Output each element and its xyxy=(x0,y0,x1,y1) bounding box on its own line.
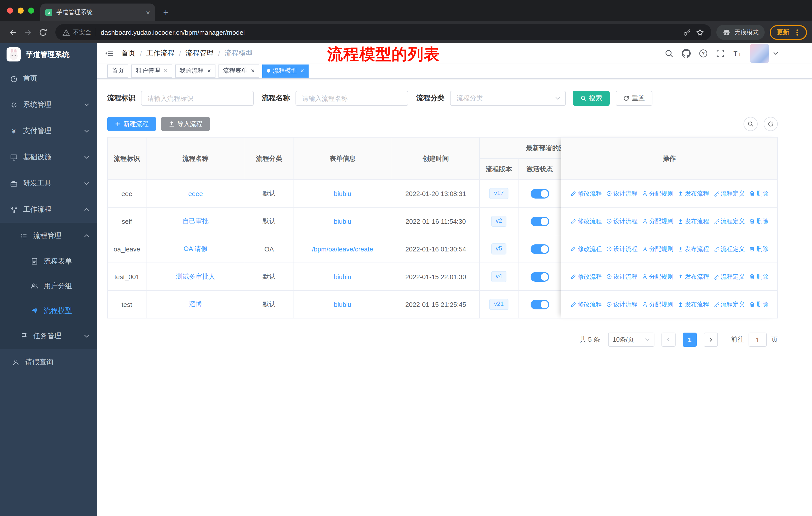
tag-close-icon[interactable]: × xyxy=(207,67,211,74)
edit-process-link[interactable]: 修改流程 xyxy=(570,272,602,281)
github-icon[interactable] xyxy=(682,49,691,58)
assign-rule-link[interactable]: 分配规则 xyxy=(642,245,673,253)
column-header-created-time[interactable]: 创建时间 xyxy=(392,138,480,180)
publish-process-link[interactable]: 发布流程 xyxy=(677,217,709,225)
column-header-category[interactable]: 流程分类 xyxy=(245,138,293,180)
edit-process-link[interactable]: 修改流程 xyxy=(570,300,602,309)
assign-rule-link[interactable]: 分配规则 xyxy=(642,272,673,281)
design-process-link[interactable]: 设计流程 xyxy=(606,300,638,309)
cell-form-link[interactable]: biubiu xyxy=(334,273,351,280)
column-header-operations[interactable]: 操作 xyxy=(561,138,777,180)
browser-update-button[interactable]: 更新 xyxy=(770,25,807,39)
tab-close-icon[interactable]: × xyxy=(146,9,150,16)
back-button[interactable] xyxy=(5,25,20,40)
delete-process-link[interactable]: 删除 xyxy=(749,272,768,281)
cell-process-name-link[interactable]: 滔博 xyxy=(189,300,202,309)
create-process-button[interactable]: 新建流程 xyxy=(107,117,156,131)
tag-close-icon[interactable]: × xyxy=(164,67,167,74)
maximize-window-button[interactable] xyxy=(28,7,34,13)
assign-rule-link[interactable]: 分配规则 xyxy=(642,189,673,198)
page-size-select[interactable]: 10条/页 xyxy=(608,332,655,347)
sidebar-item-infrastructure[interactable]: 基础设施 xyxy=(0,144,97,170)
sidebar-collapse-button[interactable] xyxy=(105,49,114,58)
design-process-link[interactable]: 设计流程 xyxy=(606,272,638,281)
design-process-link[interactable]: 设计流程 xyxy=(606,189,638,198)
column-header-active-status[interactable]: 激活状态 xyxy=(519,159,561,180)
process-definition-link[interactable]: 流程定义 xyxy=(713,245,745,253)
active-toggle[interactable] xyxy=(530,216,549,226)
forward-button[interactable] xyxy=(20,25,35,40)
cell-form-link[interactable]: biubiu xyxy=(334,301,351,308)
close-window-button[interactable] xyxy=(7,7,13,13)
column-header-form-info[interactable]: 表单信息 xyxy=(293,138,392,180)
publish-process-link[interactable]: 发布流程 xyxy=(677,189,709,198)
browser-tab[interactable]: 芋道管理系统 × xyxy=(40,3,155,21)
cell-form-link[interactable]: /bpm/oa/leave/create xyxy=(312,245,373,253)
cell-process-name-link[interactable]: eeee xyxy=(188,190,203,197)
password-key-icon[interactable] xyxy=(683,28,691,36)
tag-process-form[interactable]: 流程表单× xyxy=(219,64,259,77)
tag-process-model[interactable]: 流程模型× xyxy=(262,64,309,77)
column-header-process-id[interactable]: 流程标识 xyxy=(108,138,146,180)
sidebar-item-process-model[interactable]: 流程模型 xyxy=(0,298,97,323)
url-text[interactable]: dashboard.yudao.iocoder.cn/bpm/manager/m… xyxy=(101,28,678,36)
sidebar-logo[interactable]: 芋道管理系统 xyxy=(0,43,97,65)
refresh-table-button[interactable] xyxy=(764,117,778,131)
assign-rule-link[interactable]: 分配规则 xyxy=(642,300,673,309)
cell-form-link[interactable]: biubiu xyxy=(334,217,351,225)
tag-tenant[interactable]: 租户管理× xyxy=(132,64,172,77)
minimize-window-button[interactable] xyxy=(18,7,24,13)
help-icon[interactable]: ? xyxy=(699,49,708,58)
sidebar-item-task-management[interactable]: 任务管理 xyxy=(0,323,97,349)
edit-process-link[interactable]: 修改流程 xyxy=(570,189,602,198)
breadcrumb-item-workflow[interactable]: 工作流程 xyxy=(146,49,174,58)
delete-process-link[interactable]: 删除 xyxy=(749,217,768,225)
active-toggle[interactable] xyxy=(530,189,549,198)
process-name-input[interactable] xyxy=(295,91,408,106)
sidebar-item-devtools[interactable]: 研发工具 xyxy=(0,170,97,196)
process-definition-link[interactable]: 流程定义 xyxy=(713,272,745,281)
design-process-link[interactable]: 设计流程 xyxy=(606,217,638,225)
process-id-input[interactable] xyxy=(141,91,254,106)
goto-page-input[interactable] xyxy=(749,332,767,347)
fullscreen-icon[interactable] xyxy=(716,49,725,58)
sidebar-item-process-form[interactable]: 流程表单 xyxy=(0,249,97,274)
process-definition-link[interactable]: 流程定义 xyxy=(713,217,745,225)
assign-rule-link[interactable]: 分配规则 xyxy=(642,217,673,225)
column-header-process-name[interactable]: 流程名称 xyxy=(146,138,245,180)
tag-my-process[interactable]: 我的流程× xyxy=(175,64,215,77)
breadcrumb-item-process-management[interactable]: 流程管理 xyxy=(185,49,214,58)
next-page-button[interactable] xyxy=(704,332,718,347)
sidebar-item-payment[interactable]: ¥ 支付管理 xyxy=(0,118,97,144)
delete-process-link[interactable]: 删除 xyxy=(749,189,768,198)
sidebar-item-workflow[interactable]: 工作流程 xyxy=(0,196,97,223)
column-header-version[interactable]: 流程版本 xyxy=(480,159,519,180)
security-indicator[interactable]: 不安全 xyxy=(62,28,91,36)
cell-process-name-link[interactable]: 自己审批 xyxy=(182,217,209,226)
bookmark-star-icon[interactable] xyxy=(696,28,704,36)
search-icon[interactable] xyxy=(665,49,673,58)
prev-page-button[interactable] xyxy=(662,332,675,347)
browser-menu-icon[interactable] xyxy=(793,28,802,36)
edit-process-link[interactable]: 修改流程 xyxy=(570,217,602,225)
user-avatar[interactable] xyxy=(750,44,769,63)
process-definition-link[interactable]: 流程定义 xyxy=(713,300,745,309)
url-bar[interactable]: 不安全 dashboard.yudao.iocoder.cn/bpm/manag… xyxy=(55,24,711,40)
tag-close-icon[interactable]: × xyxy=(251,67,255,74)
reload-button[interactable] xyxy=(35,25,50,40)
tag-home[interactable]: 首页 xyxy=(107,64,128,77)
publish-process-link[interactable]: 发布流程 xyxy=(677,272,709,281)
font-size-icon[interactable]: TT xyxy=(733,49,742,58)
publish-process-link[interactable]: 发布流程 xyxy=(677,300,709,309)
category-select[interactable]: 流程分类 xyxy=(450,91,566,106)
active-toggle[interactable] xyxy=(530,300,549,309)
process-definition-link[interactable]: 流程定义 xyxy=(713,189,745,198)
search-button[interactable]: 搜索 xyxy=(573,91,610,106)
sidebar-item-user-group[interactable]: 用户分组 xyxy=(0,274,97,298)
cell-process-name-link[interactable]: OA 请假 xyxy=(183,244,207,253)
tag-close-icon[interactable]: × xyxy=(300,67,304,74)
toggle-search-button[interactable] xyxy=(744,117,758,131)
page-number-1[interactable]: 1 xyxy=(683,332,697,347)
breadcrumb-item-home[interactable]: 首页 xyxy=(121,49,136,58)
design-process-link[interactable]: 设计流程 xyxy=(606,245,638,253)
